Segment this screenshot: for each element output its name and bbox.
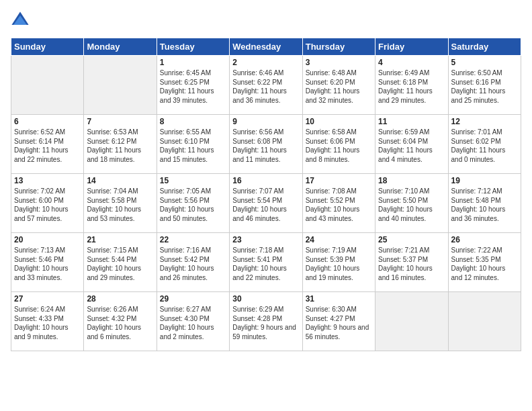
calendar-cell: 24 Sunrise: 7:19 AM Sunset: 5:39 PM Dayl… [302, 233, 375, 292]
day-info: Sunrise: 7:22 AM Sunset: 5:35 PM Dayligh… [451, 246, 518, 282]
day-number: 9 [232, 117, 299, 126]
weekday-header-saturday: Saturday [448, 38, 521, 56]
calendar-cell: 9 Sunrise: 6:56 AM Sunset: 6:08 PM Dayli… [230, 115, 302, 174]
calendar-cell: 25 Sunrise: 7:21 AM Sunset: 5:37 PM Dayl… [375, 233, 448, 292]
day-info: Sunrise: 6:55 AM Sunset: 6:10 PM Dayligh… [160, 128, 226, 164]
day-number: 19 [451, 176, 518, 185]
calendar-cell [84, 56, 157, 115]
day-info: Sunrise: 6:49 AM Sunset: 6:18 PM Dayligh… [378, 68, 445, 105]
day-number: 14 [87, 176, 153, 185]
day-number: 28 [87, 294, 153, 304]
calendar-cell: 1 Sunrise: 6:45 AM Sunset: 6:25 PM Dayli… [157, 56, 229, 115]
calendar-cell: 16 Sunrise: 7:07 AM Sunset: 5:54 PM Dayl… [230, 174, 302, 233]
calendar-cell: 22 Sunrise: 7:16 AM Sunset: 5:42 PM Dayl… [157, 233, 229, 292]
day-info: Sunrise: 7:18 AM Sunset: 5:41 PM Dayligh… [232, 246, 299, 282]
day-info: Sunrise: 6:29 AM Sunset: 4:28 PM Dayligh… [232, 305, 299, 341]
day-number: 1 [160, 58, 226, 67]
calendar-week-3: 13 Sunrise: 7:02 AM Sunset: 6:00 PM Dayl… [11, 174, 521, 233]
day-info: Sunrise: 7:02 AM Sunset: 6:00 PM Dayligh… [14, 187, 81, 223]
day-info: Sunrise: 6:59 AM Sunset: 6:04 PM Dayligh… [378, 128, 445, 164]
day-number: 29 [160, 294, 226, 304]
header [11, 11, 521, 30]
logo-icon [11, 11, 30, 30]
day-number: 25 [378, 235, 445, 244]
day-number: 6 [14, 117, 81, 126]
day-info: Sunrise: 7:08 AM Sunset: 5:52 PM Dayligh… [306, 187, 372, 223]
day-info: Sunrise: 7:19 AM Sunset: 5:39 PM Dayligh… [306, 246, 372, 282]
day-info: Sunrise: 7:04 AM Sunset: 5:58 PM Dayligh… [87, 187, 153, 223]
calendar-cell: 10 Sunrise: 6:58 AM Sunset: 6:06 PM Dayl… [302, 115, 375, 174]
calendar-cell: 27 Sunrise: 6:24 AM Sunset: 4:33 PM Dayl… [11, 292, 84, 351]
calendar-cell: 21 Sunrise: 7:15 AM Sunset: 5:44 PM Dayl… [84, 233, 157, 292]
day-info: Sunrise: 6:48 AM Sunset: 6:20 PM Dayligh… [306, 68, 372, 105]
calendar-cell: 28 Sunrise: 6:26 AM Sunset: 4:32 PM Dayl… [84, 292, 157, 351]
weekday-header-friday: Friday [375, 38, 448, 56]
day-info: Sunrise: 6:58 AM Sunset: 6:06 PM Dayligh… [306, 128, 372, 164]
calendar-cell: 14 Sunrise: 7:04 AM Sunset: 5:58 PM Dayl… [84, 174, 157, 233]
day-number: 23 [232, 235, 299, 244]
day-info: Sunrise: 7:01 AM Sunset: 6:02 PM Dayligh… [451, 128, 518, 164]
day-info: Sunrise: 6:53 AM Sunset: 6:12 PM Dayligh… [87, 128, 153, 164]
calendar-cell: 30 Sunrise: 6:29 AM Sunset: 4:28 PM Dayl… [230, 292, 302, 351]
weekday-header-sunday: Sunday [11, 38, 84, 56]
day-info: Sunrise: 7:10 AM Sunset: 5:50 PM Dayligh… [378, 187, 445, 223]
calendar-week-1: 1 Sunrise: 6:45 AM Sunset: 6:25 PM Dayli… [11, 56, 521, 115]
calendar-cell [11, 56, 84, 115]
day-number: 8 [160, 117, 226, 126]
day-number: 24 [306, 235, 372, 244]
calendar-cell: 17 Sunrise: 7:08 AM Sunset: 5:52 PM Dayl… [302, 174, 375, 233]
day-number: 2 [232, 58, 299, 67]
day-number: 11 [378, 117, 445, 126]
calendar-cell: 26 Sunrise: 7:22 AM Sunset: 5:35 PM Dayl… [448, 233, 521, 292]
day-info: Sunrise: 6:45 AM Sunset: 6:25 PM Dayligh… [160, 68, 226, 105]
day-info: Sunrise: 7:15 AM Sunset: 5:44 PM Dayligh… [87, 246, 153, 282]
calendar-cell: 12 Sunrise: 7:01 AM Sunset: 6:02 PM Dayl… [448, 115, 521, 174]
calendar-cell: 20 Sunrise: 7:13 AM Sunset: 5:46 PM Dayl… [11, 233, 84, 292]
day-info: Sunrise: 6:52 AM Sunset: 6:14 PM Dayligh… [14, 128, 81, 164]
day-info: Sunrise: 7:07 AM Sunset: 5:54 PM Dayligh… [232, 187, 299, 223]
day-info: Sunrise: 7:12 AM Sunset: 5:48 PM Dayligh… [451, 187, 518, 223]
day-number: 17 [306, 176, 372, 185]
day-number: 30 [232, 294, 299, 304]
calendar-cell: 11 Sunrise: 6:59 AM Sunset: 6:04 PM Dayl… [375, 115, 448, 174]
calendar-cell: 23 Sunrise: 7:18 AM Sunset: 5:41 PM Dayl… [230, 233, 302, 292]
calendar-cell: 19 Sunrise: 7:12 AM Sunset: 5:48 PM Dayl… [448, 174, 521, 233]
day-number: 10 [306, 117, 372, 126]
day-info: Sunrise: 6:50 AM Sunset: 6:16 PM Dayligh… [451, 68, 518, 105]
calendar-cell: 4 Sunrise: 6:49 AM Sunset: 6:18 PM Dayli… [375, 56, 448, 115]
day-number: 13 [14, 176, 81, 185]
calendar-cell: 8 Sunrise: 6:55 AM Sunset: 6:10 PM Dayli… [157, 115, 229, 174]
calendar-cell [448, 292, 521, 351]
day-number: 31 [306, 294, 372, 304]
day-number: 27 [14, 294, 81, 304]
calendar-cell: 31 Sunrise: 6:30 AM Sunset: 4:27 PM Dayl… [302, 292, 375, 351]
day-info: Sunrise: 7:13 AM Sunset: 5:46 PM Dayligh… [14, 246, 81, 282]
calendar-cell: 5 Sunrise: 6:50 AM Sunset: 6:16 PM Dayli… [448, 56, 521, 115]
day-number: 7 [87, 117, 153, 126]
day-number: 21 [87, 235, 153, 244]
weekday-header-thursday: Thursday [302, 38, 375, 56]
day-number: 5 [451, 58, 518, 67]
day-info: Sunrise: 6:30 AM Sunset: 4:27 PM Dayligh… [306, 305, 372, 341]
day-number: 20 [14, 235, 81, 244]
calendar-cell: 29 Sunrise: 6:27 AM Sunset: 4:30 PM Dayl… [157, 292, 229, 351]
calendar-cell: 15 Sunrise: 7:05 AM Sunset: 5:56 PM Dayl… [157, 174, 229, 233]
day-number: 4 [378, 58, 445, 67]
day-number: 15 [160, 176, 226, 185]
logo [11, 11, 32, 30]
day-info: Sunrise: 6:26 AM Sunset: 4:32 PM Dayligh… [87, 305, 153, 341]
day-info: Sunrise: 7:21 AM Sunset: 5:37 PM Dayligh… [378, 246, 445, 282]
day-number: 18 [378, 176, 445, 185]
calendar-week-5: 27 Sunrise: 6:24 AM Sunset: 4:33 PM Dayl… [11, 292, 521, 351]
day-number: 26 [451, 235, 518, 244]
calendar-cell: 6 Sunrise: 6:52 AM Sunset: 6:14 PM Dayli… [11, 115, 84, 174]
day-number: 3 [306, 58, 372, 67]
calendar-cell: 18 Sunrise: 7:10 AM Sunset: 5:50 PM Dayl… [375, 174, 448, 233]
calendar-cell [375, 292, 448, 351]
calendar-week-2: 6 Sunrise: 6:52 AM Sunset: 6:14 PM Dayli… [11, 115, 521, 174]
calendar-cell: 3 Sunrise: 6:48 AM Sunset: 6:20 PM Dayli… [302, 56, 375, 115]
day-number: 12 [451, 117, 518, 126]
day-info: Sunrise: 7:05 AM Sunset: 5:56 PM Dayligh… [160, 187, 226, 223]
weekday-header-wednesday: Wednesday [230, 38, 302, 56]
day-info: Sunrise: 6:27 AM Sunset: 4:30 PM Dayligh… [160, 305, 226, 341]
